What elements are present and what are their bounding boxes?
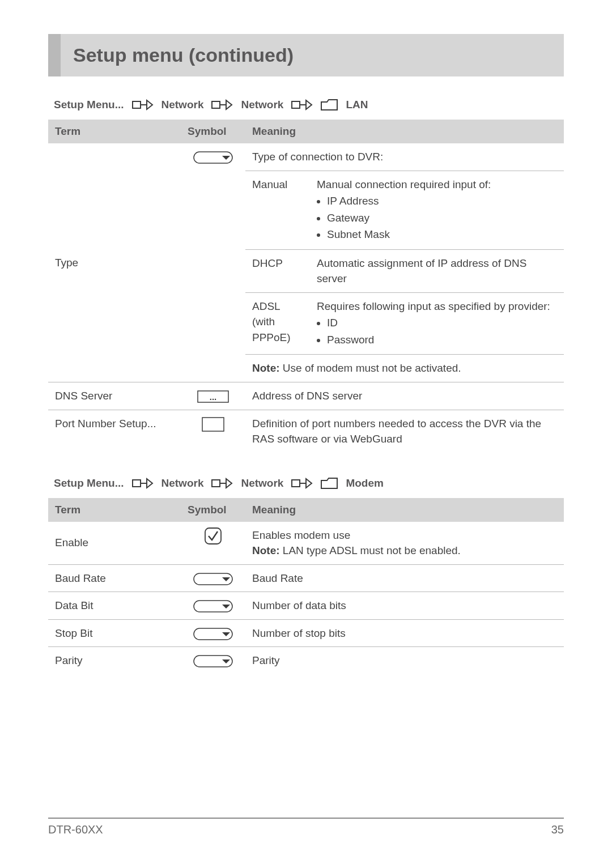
breadcrumb-item: LAN — [346, 99, 368, 111]
breadcrumb-modem: Setup Menu... Network Network Modem — [48, 476, 564, 490]
breadcrumb-item: Setup Menu... — [54, 99, 124, 111]
meaning-dns: Address of DNS server — [245, 382, 564, 410]
term-stopbit: Stop Bit — [48, 619, 181, 647]
svg-text:...: ... — [210, 392, 217, 402]
term-baud: Baud Rate — [48, 564, 181, 592]
term-port: Port Number Setup... — [48, 410, 181, 453]
page-footer: DTR-60XX 35 — [48, 818, 564, 836]
col-header-meaning: Meaning — [245, 120, 564, 143]
breadcrumb-item: Network — [241, 99, 283, 111]
dropdown-icon — [193, 628, 233, 640]
meaning-databit: Number of data bits — [245, 592, 564, 620]
arrow-icon — [211, 98, 233, 112]
col-header-term: Term — [48, 120, 181, 143]
svg-rect-0 — [133, 101, 141, 108]
dropdown-icon — [193, 151, 233, 164]
folder-icon — [321, 99, 338, 111]
type-option-adsl-desc: Requires following input as specified by… — [310, 292, 564, 355]
page-title-bar: Setup menu (continued) — [48, 34, 564, 76]
text-field-icon: ... — [197, 390, 229, 403]
type-option-dhcp-desc: Automatic assignment of IP address of DN… — [310, 249, 564, 292]
checkbox-icon — [205, 527, 222, 544]
meaning-parity: Parity — [245, 647, 564, 674]
col-header-symbol: Symbol — [181, 120, 245, 143]
col-header-term: Term — [48, 498, 181, 522]
lan-table: Term Symbol Meaning Type Type of connect… — [48, 120, 564, 453]
type-option-manual: Manual — [245, 171, 310, 249]
svg-rect-7 — [133, 480, 141, 487]
breadcrumb-lan: Setup Menu... Network Network LAN — [48, 98, 564, 112]
term-type: Type — [48, 143, 181, 382]
meaning-port: Definition of port numbers needed to acc… — [245, 410, 564, 453]
breadcrumb-item: Network — [162, 99, 204, 111]
arrow-icon — [291, 98, 313, 112]
breadcrumb-item: Setup Menu... — [54, 477, 124, 490]
footer-model: DTR-60XX — [48, 823, 103, 836]
type-option-dhcp: DHCP — [245, 249, 310, 292]
type-option-manual-desc: Manual connection required input of: IP … — [310, 171, 564, 249]
page-title: Setup menu (continued) — [73, 44, 551, 66]
arrow-icon — [211, 476, 233, 490]
modem-table: Term Symbol Meaning Enable Enables modem… — [48, 498, 564, 674]
dropdown-icon — [193, 600, 233, 612]
submenu-icon — [202, 417, 224, 432]
breadcrumb-item: Network — [241, 477, 283, 490]
breadcrumb-item: Modem — [346, 477, 384, 490]
type-note: Note: Use of modem must not be activated… — [245, 355, 564, 382]
arrow-icon — [132, 98, 154, 112]
svg-rect-6 — [202, 418, 224, 431]
svg-rect-10 — [205, 528, 221, 544]
svg-rect-2 — [292, 101, 300, 108]
svg-rect-9 — [292, 480, 300, 487]
svg-rect-8 — [212, 480, 220, 487]
meaning-enable: Enables modem use Note: LAN type ADSL mu… — [245, 522, 564, 565]
type-intro: Type of connection to DVR: — [245, 143, 564, 171]
term-enable: Enable — [48, 522, 181, 565]
dropdown-icon — [193, 655, 233, 667]
arrow-icon — [291, 476, 313, 490]
type-option-adsl: ADSL (with PPPoE) — [245, 292, 310, 355]
col-header-meaning: Meaning — [245, 498, 564, 522]
folder-icon — [321, 477, 338, 490]
breadcrumb-item: Network — [162, 477, 204, 490]
meaning-stopbit: Number of stop bits — [245, 619, 564, 647]
term-parity: Parity — [48, 647, 181, 674]
arrow-icon — [132, 476, 154, 490]
col-header-symbol: Symbol — [181, 498, 245, 522]
meaning-baud: Baud Rate — [245, 564, 564, 592]
dropdown-icon — [193, 573, 233, 585]
svg-rect-1 — [212, 101, 220, 108]
footer-page: 35 — [551, 823, 564, 836]
term-databit: Data Bit — [48, 592, 181, 620]
term-dns: DNS Server — [48, 382, 181, 410]
